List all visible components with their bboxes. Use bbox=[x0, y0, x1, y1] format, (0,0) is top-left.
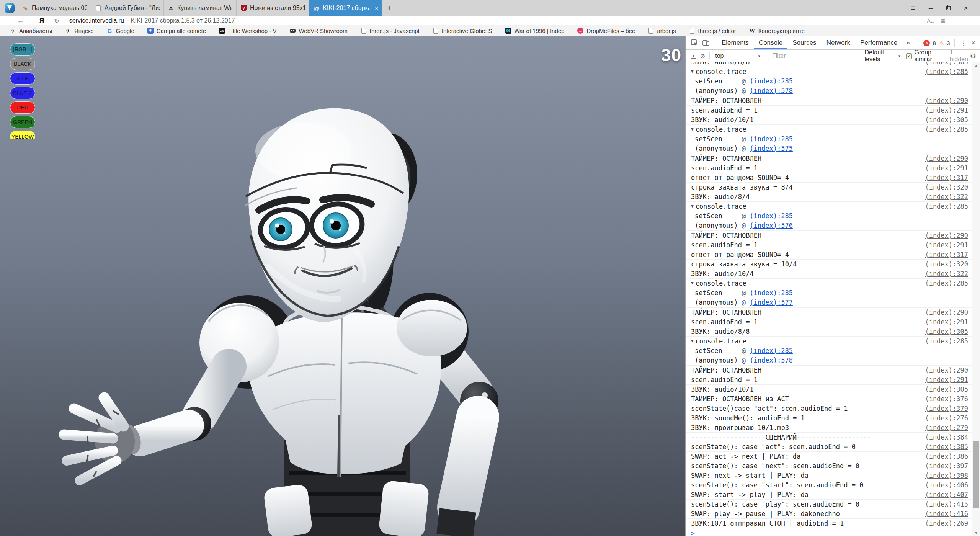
console-log-row[interactable]: scen.audioEnd = 1(index):291 bbox=[686, 375, 972, 385]
source-link[interactable]: (index):398 bbox=[925, 471, 968, 480]
console-log-row[interactable]: ЗВУК: audio/10/1(index):305 bbox=[686, 115, 972, 125]
source-link[interactable]: (index):285 bbox=[925, 337, 968, 346]
source-link[interactable]: (index):276 bbox=[925, 413, 968, 423]
tab-elements[interactable]: Elements bbox=[717, 36, 754, 49]
source-link[interactable]: (index):406 bbox=[925, 480, 968, 490]
console-log-row[interactable]: scenState(): case "start": scen.audioEnd… bbox=[686, 480, 972, 490]
source-link[interactable]: (index):279 bbox=[925, 423, 968, 432]
browser-menu-icon[interactable]: ≡ bbox=[906, 2, 920, 14]
console-log-row[interactable]: ЗВУК: soundMe(): audioEnd = 1(index):276 bbox=[686, 413, 972, 423]
source-link[interactable]: (index):290 bbox=[925, 231, 968, 240]
bookmark-item[interactable]: WebVR Showroom bbox=[289, 28, 347, 34]
clear-console-icon[interactable]: ⊘ bbox=[698, 52, 707, 60]
console-log-row[interactable]: ЗВУК:10/1 отпправил СТОП | audioEnd = 1(… bbox=[686, 519, 972, 528]
source-link[interactable]: (index):415 bbox=[925, 500, 968, 509]
error-icon[interactable]: ✕ bbox=[923, 40, 930, 46]
bookmark-item[interactable]: LWLittle Workshop - V bbox=[219, 28, 276, 34]
console-log-row[interactable]: ТАЙМЕР: ОСТАНОВЛЕН(index):290 bbox=[686, 308, 972, 317]
console-log-row[interactable]: -------------------СЦЕНАРИЙ-------------… bbox=[686, 433, 972, 442]
console-log-row[interactable]: scenState(): case "play": scen.audioEnd … bbox=[686, 500, 972, 509]
source-link[interactable]: (index):291 bbox=[925, 163, 968, 173]
console-trace-group[interactable]: ▼console.trace(index):285setScen @ (inde… bbox=[686, 279, 972, 308]
source-link[interactable]: (index):291 bbox=[925, 106, 968, 115]
scene-button-blue2[interactable]: BLUE-2 bbox=[10, 87, 35, 99]
more-tabs-icon[interactable]: » bbox=[902, 36, 913, 49]
trace-header[interactable]: ▼console.trace(index):285 bbox=[686, 279, 972, 288]
bookmark-item[interactable]: ✈Яндекс bbox=[65, 28, 93, 34]
log-levels-dropdown[interactable]: Default levels ▾ bbox=[864, 49, 900, 63]
browser-tab[interactable]: Андрей Губин - "Лиза", сло bbox=[91, 0, 164, 16]
console-trace-group[interactable]: ▼console.trace(index):285setScen @ (inde… bbox=[686, 337, 972, 366]
tab-console[interactable]: Console bbox=[754, 36, 787, 49]
trace-header[interactable]: ▼console.trace(index):285 bbox=[686, 125, 972, 134]
source-link[interactable]: (index):291 bbox=[925, 240, 968, 250]
stack-source-link[interactable]: (index):578 bbox=[750, 86, 793, 96]
warning-icon[interactable]: ⚠ bbox=[939, 39, 944, 47]
console-sidebar-icon[interactable] bbox=[689, 54, 698, 59]
device-toolbar-icon[interactable] bbox=[700, 36, 712, 49]
inspect-element-icon[interactable] bbox=[689, 36, 700, 49]
tab-sources[interactable]: Sources bbox=[787, 36, 821, 49]
scene-button-yellow[interactable]: YELLOW bbox=[10, 131, 35, 139]
source-link[interactable]: (index):285 bbox=[925, 67, 968, 77]
browser-tab[interactable]: VНожи из стали 95x18 bbox=[237, 0, 309, 16]
source-link[interactable]: (index):290 bbox=[925, 96, 968, 105]
scroll-down-icon[interactable]: ▼ bbox=[972, 531, 980, 535]
bookmark-item[interactable]: ✈Авиабилеты bbox=[10, 28, 52, 34]
stack-frame-row[interactable]: (anonymous) @ (index):578 bbox=[686, 356, 972, 365]
bookmark-item[interactable]: WКонструктор инте bbox=[749, 28, 805, 34]
console-log-row[interactable]: ТАЙМЕР: ОСТАНОВЛЕН(index):290 bbox=[686, 366, 972, 375]
console-log-row[interactable]: scenState(): case "next": scen.audioEnd … bbox=[686, 461, 972, 471]
source-link[interactable]: (index):317 bbox=[925, 173, 968, 182]
source-link[interactable]: (index):376 bbox=[925, 394, 968, 404]
robot-3d-scene[interactable]: |RGB 1|BLACKBLUEBLUE-2REDGREENYELLOW 30 bbox=[0, 36, 685, 536]
scene-button-green[interactable]: GREEN bbox=[10, 116, 35, 128]
console-log-row[interactable]: SWAP: start -> play | PLAY: da(index):40… bbox=[686, 490, 972, 500]
close-button[interactable]: × bbox=[959, 2, 972, 14]
browser-tab[interactable]: AКупить ламинат Welliger в bbox=[164, 0, 237, 16]
bookmark-item[interactable]: 96War of 1996 | Indep bbox=[505, 28, 565, 34]
console-log-row[interactable]: строка захвата звука = 8/4(index):320 bbox=[686, 183, 972, 192]
bookmark-item[interactable]: three.js - Javascript bbox=[361, 28, 420, 34]
source-link[interactable]: (index):269 bbox=[925, 519, 968, 528]
stack-frame-row[interactable]: (anonymous) @ (index):576 bbox=[686, 221, 972, 230]
scene-button-rgb1[interactable]: |RGB 1| bbox=[10, 43, 35, 56]
source-link[interactable]: (index):320 bbox=[925, 260, 968, 269]
source-link[interactable]: (index):384 bbox=[925, 433, 968, 442]
console-trace-group[interactable]: ▼console.trace(index):285setScen @ (inde… bbox=[686, 67, 972, 96]
source-link[interactable]: (index):416 bbox=[925, 509, 968, 518]
scene-button-red[interactable]: RED bbox=[10, 101, 35, 114]
trace-header[interactable]: ▼console.trace(index):285 bbox=[686, 67, 972, 77]
console-log-row[interactable]: ЗВУК: audio/8/4(index):322 bbox=[686, 192, 972, 202]
tab-performance[interactable]: Performance bbox=[855, 36, 902, 49]
source-link[interactable]: (index):320 bbox=[925, 183, 968, 192]
source-link[interactable]: (index):290 bbox=[925, 308, 968, 317]
console-settings-gear-icon[interactable]: ⚙ bbox=[970, 52, 976, 60]
console-log-row[interactable]: scen.audioEnd = 1(index):291 bbox=[686, 106, 972, 115]
console-log-row[interactable]: ответ от рандома SOUND= 4(index):317 bbox=[686, 173, 972, 183]
scroll-up-icon[interactable]: ▲ bbox=[972, 64, 980, 68]
yandex-logo-icon[interactable]: Я bbox=[39, 17, 44, 25]
source-link[interactable]: (index):285 bbox=[925, 202, 968, 211]
context-selector[interactable]: top ▾ bbox=[712, 52, 763, 59]
source-link[interactable]: (index):305 bbox=[925, 115, 968, 124]
source-link[interactable]: (index):322 bbox=[925, 269, 968, 278]
console-log-row[interactable]: ЗВУК: audio/10/4(index):322 bbox=[686, 269, 972, 279]
console-log-row[interactable]: scenState(): case "act": scen.audioEnd =… bbox=[686, 442, 972, 452]
bookmark-item[interactable]: Interactive Globe: S bbox=[433, 28, 492, 34]
console-log-row[interactable]: ЗВУК: audio/8/8(index):305 bbox=[686, 327, 972, 337]
reload-icon[interactable]: ↻ bbox=[54, 17, 59, 25]
stack-source-link[interactable]: (index):576 bbox=[750, 221, 793, 230]
browser-tab[interactable]: ✎Пампуха модель 007 нержа bbox=[18, 0, 91, 16]
bookmark-item[interactable]: arbor.js bbox=[648, 28, 676, 34]
source-link[interactable]: (index):285 bbox=[925, 125, 968, 134]
devtools-close-icon[interactable]: × bbox=[970, 36, 980, 49]
source-link[interactable]: (index):305 bbox=[925, 385, 968, 394]
console-log-row[interactable]: scen.audioEnd = 1(index):291 bbox=[686, 163, 972, 173]
tab-network[interactable]: Network bbox=[822, 36, 855, 49]
source-link[interactable]: (index):291 bbox=[925, 375, 968, 384]
group-similar-checkbox[interactable]: ✓ bbox=[906, 53, 911, 59]
bookmark-item[interactable]: ❄Campo alle comete bbox=[147, 28, 206, 34]
stack-source-link[interactable]: (index):285 bbox=[750, 346, 793, 356]
trace-header[interactable]: ▼console.trace(index):285 bbox=[686, 202, 972, 211]
